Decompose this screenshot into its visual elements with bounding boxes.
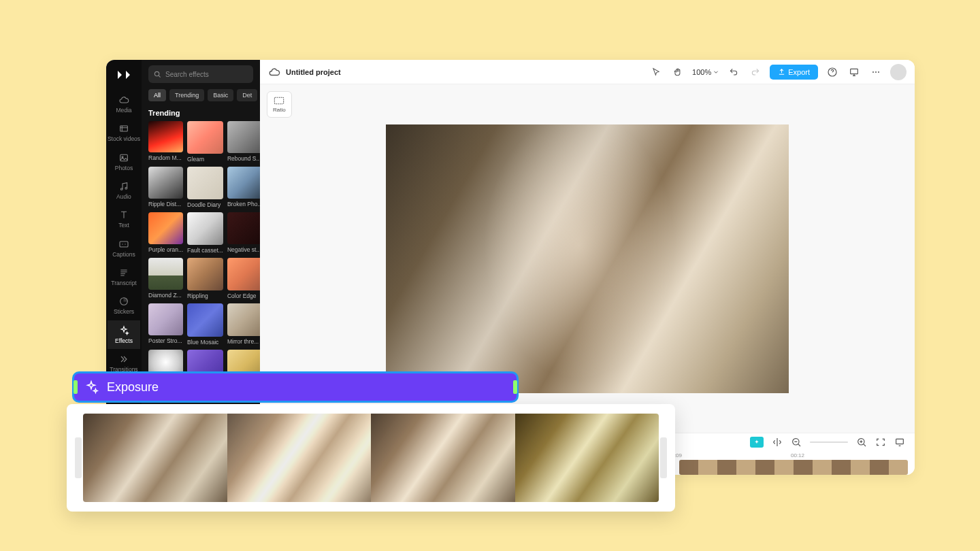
effect-label: Rippling (187, 293, 223, 299)
effect-poster-stro-[interactable]: Poster Stro... (148, 303, 183, 345)
sidebar-item-effects[interactable]: Effects (108, 320, 140, 349)
top-bar: Untitled project 100% Export (260, 60, 915, 84)
effect-thumbnail (187, 303, 223, 336)
filter-trending[interactable]: Trending (169, 89, 204, 101)
effect-mirror-thre-[interactable]: Mirror thre... (227, 303, 260, 345)
clip-handle-right[interactable] (513, 380, 517, 394)
effect-blue-mosaic[interactable]: Blue Mosaic (187, 303, 223, 345)
sparkle-icon (84, 380, 99, 395)
effect-label: Purple oran... (148, 246, 183, 253)
present-button[interactable] (847, 65, 862, 80)
sidebar-item-photos[interactable]: Photos (108, 148, 140, 176)
effect-thumbnail (227, 167, 260, 199)
audio-icon (118, 181, 129, 192)
filter-all[interactable]: All (148, 89, 166, 101)
zoom-out-icon[interactable] (791, 437, 802, 448)
effect-label: Poster Stro... (148, 337, 183, 344)
filmstrip[interactable] (83, 414, 659, 502)
upload-icon (778, 68, 785, 76)
effect-clip-exposure[interactable]: Exposure (72, 371, 519, 403)
effect-label: Fault casset... (187, 247, 223, 254)
effect-label: Doodle Diary (187, 201, 223, 208)
video-preview[interactable] (386, 124, 789, 393)
effect-random-m-[interactable]: Random M... (148, 121, 183, 163)
sidebar-item-stock-videos[interactable]: Stock videos (108, 118, 140, 147)
svg-rect-13 (275, 97, 284, 103)
split-icon[interactable] (772, 437, 783, 448)
user-avatar[interactable] (890, 64, 906, 80)
effect-label: Diamond Z... (148, 292, 183, 299)
effect-rebound-s-[interactable]: Rebound S... (227, 121, 260, 163)
svg-point-11 (875, 71, 877, 73)
text-icon (118, 210, 129, 220)
filmstrip-frame[interactable] (515, 414, 659, 502)
svg-rect-16 (896, 439, 904, 444)
ruler-mark: 00:12 (791, 452, 804, 458)
effect-fault-casset-[interactable]: Fault casset... (187, 212, 223, 254)
filmstrip-handle-left[interactable] (75, 437, 82, 478)
effect-thumbnail (187, 121, 223, 154)
filmstrip-handle-right[interactable] (660, 437, 667, 478)
filmstrip-panel (67, 404, 675, 512)
filmstrip-frame[interactable] (227, 414, 372, 502)
zoom-in-icon[interactable] (856, 437, 867, 448)
project-title[interactable]: Untitled project (286, 68, 341, 76)
effect-rippling[interactable]: Rippling (187, 258, 223, 299)
chevron-down-icon (713, 69, 719, 76)
undo-button[interactable] (726, 65, 741, 80)
svg-rect-1 (120, 154, 128, 161)
video-clip[interactable] (679, 460, 908, 475)
effect-diamond-z-[interactable]: Diamond Z... (148, 258, 183, 299)
effect-gleam[interactable]: Gleam (187, 121, 223, 163)
fit-icon[interactable] (875, 437, 886, 448)
filter-basic[interactable]: Basic (208, 89, 233, 101)
captions-icon (118, 239, 129, 250)
effect-label: Ripple Dist... (148, 201, 183, 207)
sidebar-item-audio[interactable]: Audio (108, 176, 140, 205)
search-input[interactable]: Search effects (148, 65, 253, 83)
zoom-slider[interactable] (810, 441, 848, 443)
filmstrip-frame[interactable] (83, 414, 227, 502)
svg-point-10 (872, 71, 874, 73)
hand-tool[interactable] (670, 65, 685, 80)
effect-label: Broken Pho... (227, 201, 260, 207)
app-logo[interactable] (116, 67, 132, 83)
cloud-save-icon[interactable] (268, 66, 280, 78)
svg-point-12 (878, 71, 879, 73)
photo-icon (118, 152, 129, 163)
help-button[interactable] (825, 65, 840, 80)
transcript-icon (118, 267, 129, 278)
sidebar-item-media[interactable]: Media (108, 90, 140, 118)
effect-thumbnail (227, 121, 260, 153)
cloud-icon (118, 95, 129, 105)
clip-handle-left[interactable] (74, 380, 78, 394)
sidebar-item-transcript[interactable]: Transcript (108, 263, 140, 291)
sidebar-item-text[interactable]: Text (108, 205, 140, 233)
sidebar-item-stickers[interactable]: Stickers (108, 291, 140, 320)
effect-clip-label: Exposure (107, 380, 159, 395)
effect-doodle-diary[interactable]: Doodle Diary (187, 167, 223, 208)
svg-rect-0 (120, 126, 128, 131)
effect-thumbnail (187, 258, 223, 290)
effects-grid: Random M...GleamRebound S...Ripple Dist.… (148, 121, 253, 391)
more-button[interactable] (868, 65, 883, 80)
effect-broken-pho-[interactable]: Broken Pho... (227, 167, 260, 208)
effect-color-edge[interactable]: Color Edge (227, 258, 260, 299)
ratio-button[interactable]: Ratio (267, 91, 292, 118)
effect-thumbnail (148, 303, 183, 335)
effect-label: Negative st... (227, 246, 260, 253)
ai-badge[interactable]: ✦ (750, 437, 764, 448)
screen-icon[interactable] (894, 437, 905, 448)
export-button[interactable]: Export (770, 65, 818, 80)
redo-button[interactable] (748, 65, 763, 80)
filter-det[interactable]: Det (237, 89, 257, 101)
sidebar-item-captions[interactable]: Captions (108, 234, 140, 263)
effect-thumbnail (148, 121, 183, 152)
effect-negative-st-[interactable]: Negative st... (227, 212, 260, 254)
cursor-tool[interactable] (649, 65, 664, 80)
effect-purple-oran-[interactable]: Purple oran... (148, 212, 183, 254)
effect-thumbnail (187, 167, 223, 199)
filmstrip-frame[interactable] (371, 414, 515, 502)
effect-ripple-dist-[interactable]: Ripple Dist... (148, 167, 183, 208)
zoom-level[interactable]: 100% (692, 68, 719, 76)
